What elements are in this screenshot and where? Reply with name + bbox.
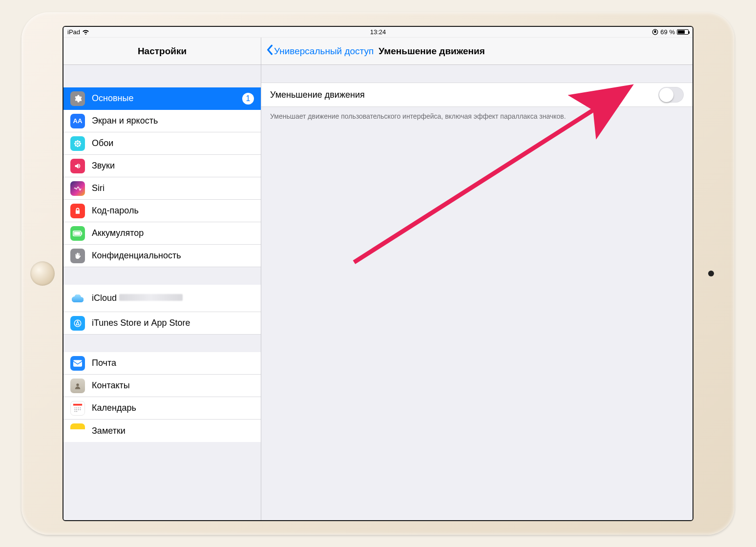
status-battery-pct: 69 % xyxy=(660,28,675,36)
notes-icon xyxy=(70,423,85,438)
sidebar-item-display[interactable]: AA Экран и яркость xyxy=(63,110,261,132)
settings-sidebar: Настройки Основные 1 AA Экран и яркость xyxy=(63,38,261,520)
sidebar-item-itunes[interactable]: iTunes Store и App Store xyxy=(63,312,261,335)
sidebar-item-label: Заметки xyxy=(92,426,254,436)
sidebar-item-label: Siri xyxy=(92,183,254,193)
sidebar-item-label: Аккумулятор xyxy=(92,228,254,238)
svg-point-1 xyxy=(77,142,79,145)
footer-text: Уменьшает движение пользовательского инт… xyxy=(261,107,693,122)
screen: iPad 13:24 69 % Настройки xyxy=(63,26,693,521)
svg-point-7 xyxy=(79,141,81,143)
ipad-frame: iPad 13:24 69 % Настройки xyxy=(21,12,735,535)
status-device-label: iPad xyxy=(67,28,80,36)
svg-point-6 xyxy=(75,141,77,143)
account-blurred xyxy=(119,294,183,301)
sidebar-item-label: Почта xyxy=(92,358,254,368)
sidebar-item-privacy[interactable]: Конфиденциальность xyxy=(63,245,261,267)
badge-count: 1 xyxy=(242,93,254,105)
orientation-lock-icon xyxy=(652,29,658,35)
svg-point-5 xyxy=(79,143,81,145)
gear-icon xyxy=(70,91,85,106)
sidebar-item-label: Звуки xyxy=(92,161,254,171)
lock-icon xyxy=(70,204,85,218)
mail-icon xyxy=(70,356,85,371)
sidebar-item-mail[interactable]: Почта xyxy=(63,352,261,375)
appstore-icon xyxy=(70,316,85,331)
sidebar-item-label: Основные xyxy=(92,93,235,104)
svg-rect-12 xyxy=(82,232,83,234)
speaker-icon xyxy=(70,159,85,173)
svg-point-18 xyxy=(76,407,77,408)
home-button[interactable] xyxy=(30,261,55,286)
toggle-knob xyxy=(659,88,673,102)
sidebar-item-label: Код-пароль xyxy=(92,206,254,216)
svg-point-15 xyxy=(76,383,79,386)
svg-point-17 xyxy=(75,407,76,408)
battery-icon xyxy=(70,226,85,241)
chevron-left-icon xyxy=(266,44,273,58)
reduce-motion-row: Уменьшение движения xyxy=(261,83,693,107)
hand-icon xyxy=(70,249,85,263)
sidebar-item-label: iTunes Store и App Store xyxy=(92,318,254,328)
back-button[interactable]: Универсальный доступ xyxy=(266,44,374,58)
sidebar-item-icloud[interactable]: iCloud xyxy=(63,285,261,312)
svg-point-26 xyxy=(76,411,77,412)
sidebar-item-label: Контакты xyxy=(92,380,254,391)
front-camera xyxy=(708,271,714,276)
sidebar-item-label: iCloud xyxy=(92,293,254,303)
sidebar-item-contacts[interactable]: Контакты xyxy=(63,375,261,397)
sidebar-item-passcode[interactable]: Код-пароль xyxy=(63,200,261,222)
detail-title: Уменьшение движения xyxy=(378,46,485,57)
svg-point-8 xyxy=(75,144,77,146)
sidebar-item-general[interactable]: Основные 1 xyxy=(63,87,261,110)
sidebar-item-sounds[interactable]: Звуки xyxy=(63,155,261,177)
toggle-label: Уменьшение движения xyxy=(270,90,365,100)
svg-rect-16 xyxy=(73,403,82,405)
reduce-motion-toggle[interactable] xyxy=(658,87,684,103)
sidebar-item-notes[interactable]: Заметки xyxy=(63,420,261,442)
svg-point-4 xyxy=(74,143,76,145)
sidebar-item-label: Конфиденциальность xyxy=(92,251,254,261)
svg-point-24 xyxy=(80,409,81,410)
status-time: 13:24 xyxy=(370,28,386,36)
sidebar-item-calendar[interactable]: Календарь xyxy=(63,397,261,420)
sidebar-item-label: Календарь xyxy=(92,403,254,413)
calendar-icon xyxy=(70,401,85,416)
contacts-icon xyxy=(70,379,85,393)
sidebar-item-label: Экран и яркость xyxy=(92,116,254,126)
svg-point-21 xyxy=(75,409,76,410)
svg-point-3 xyxy=(77,145,79,147)
svg-point-25 xyxy=(75,411,76,412)
detail-header: Универсальный доступ Уменьшение движения xyxy=(261,38,693,65)
battery-icon xyxy=(677,29,689,35)
siri-icon xyxy=(70,181,85,196)
text-size-icon: AA xyxy=(70,114,85,128)
flower-icon xyxy=(70,136,85,151)
svg-point-23 xyxy=(78,409,79,410)
cloud-icon xyxy=(70,291,85,306)
sidebar-item-wallpaper[interactable]: Обои xyxy=(63,132,261,155)
svg-rect-14 xyxy=(73,360,82,367)
svg-point-22 xyxy=(76,409,77,410)
back-label: Универсальный доступ xyxy=(274,46,374,57)
sidebar-title: Настройки xyxy=(63,38,261,65)
wifi-icon xyxy=(82,29,89,35)
svg-point-9 xyxy=(79,144,81,146)
status-bar: iPad 13:24 69 % xyxy=(63,27,693,38)
sidebar-list[interactable]: Основные 1 AA Экран и яркость Обои xyxy=(63,65,261,520)
sidebar-item-siri[interactable]: Siri xyxy=(63,177,261,200)
sidebar-item-label: Обои xyxy=(92,138,254,148)
svg-point-19 xyxy=(78,407,79,408)
detail-pane: Универсальный доступ Уменьшение движения… xyxy=(261,38,693,520)
svg-rect-11 xyxy=(74,231,81,235)
svg-point-20 xyxy=(80,407,81,408)
sidebar-item-battery[interactable]: Аккумулятор xyxy=(63,222,261,245)
svg-point-2 xyxy=(77,140,79,142)
